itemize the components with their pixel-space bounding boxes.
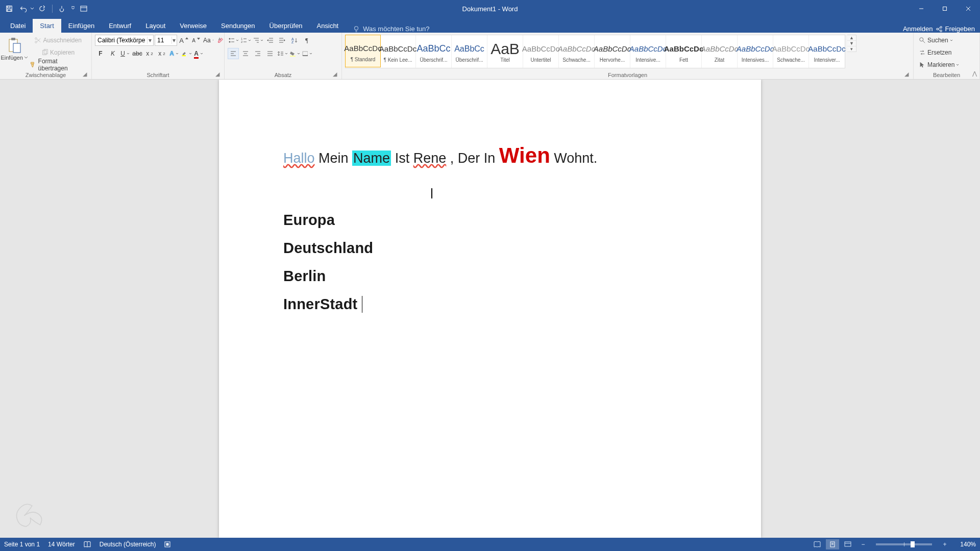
show-marks-button[interactable]: ¶ (301, 35, 312, 46)
style-scroll-up[interactable]: ▲ (847, 35, 856, 41)
style-item-9[interactable]: AaBbCcDcFett (666, 35, 702, 68)
copy-button[interactable]: Kopieren (28, 47, 88, 58)
chevron-down-icon[interactable]: ▾ (172, 37, 177, 44)
status-proofing[interactable] (83, 541, 91, 548)
find-button[interactable]: Suchen (917, 35, 955, 46)
tab-references[interactable]: Verweise (173, 19, 214, 33)
view-read-mode[interactable] (811, 539, 824, 549)
tab-design[interactable]: Entwurf (102, 19, 138, 33)
style-item-13[interactable]: AaBbCcDcIntensiver... (809, 35, 845, 68)
zoom-out-button[interactable]: − (856, 539, 870, 549)
share-button[interactable]: Freigeben (936, 25, 975, 33)
tell-me-search[interactable]: Was möchten Sie tun? (353, 25, 429, 33)
tab-mailings[interactable]: Sendungen (214, 19, 262, 33)
style-item-1[interactable]: AaBbCcDc¶ Kein Lee... (380, 35, 416, 68)
italic-button[interactable]: K (107, 48, 118, 59)
style-item-2[interactable]: AaBbCcÜberschrif... (416, 35, 452, 68)
decrease-indent-button[interactable] (264, 35, 276, 46)
document-workspace[interactable]: Hallo Mein Name Ist Rene , Der In Wien W… (0, 80, 980, 538)
align-left-button[interactable] (228, 48, 239, 59)
underline-button[interactable]: U (119, 48, 131, 59)
bold-button[interactable]: F (95, 48, 106, 59)
grow-font-button[interactable]: A (178, 35, 189, 46)
qat-customize-button[interactable] (70, 3, 76, 15)
undo-button[interactable] (17, 3, 30, 15)
heading-berlin[interactable]: Berlin (283, 268, 697, 285)
paste-button[interactable]: Einfügen (3, 35, 26, 68)
style-item-5[interactable]: AaBbCcDcUntertitel (523, 35, 559, 68)
sort-button[interactable]: AZ (289, 35, 300, 46)
style-scroll-down[interactable]: ▼ (847, 41, 856, 46)
status-macro[interactable] (164, 541, 171, 548)
cut-button[interactable]: Ausschneiden (28, 35, 88, 46)
font-dialog-launcher[interactable]: ◢ (214, 70, 221, 78)
font-name-input[interactable] (95, 35, 147, 45)
font-size-combo[interactable]: ▾ (155, 35, 177, 46)
word-ist[interactable]: Ist (395, 151, 410, 166)
line-spacing-button[interactable] (277, 48, 288, 59)
change-case-button[interactable]: Aa (203, 35, 214, 46)
close-button[interactable] (957, 0, 980, 17)
strikethrough-button[interactable]: abc (132, 48, 143, 59)
clipboard-dialog-launcher[interactable]: ◢ (81, 70, 88, 78)
bullets-button[interactable] (228, 35, 239, 46)
style-item-8[interactable]: AaBbCcDcIntensive... (630, 35, 666, 68)
text-effects-button[interactable]: A (168, 48, 180, 59)
chevron-down-icon[interactable]: ▾ (147, 37, 153, 44)
heading-innerstadt[interactable]: InnerStadt (283, 296, 697, 313)
shading-button[interactable] (289, 48, 300, 59)
format-painter-button[interactable]: Format übertragen (28, 59, 88, 70)
font-name-combo[interactable]: ▾ (95, 35, 154, 46)
style-item-4[interactable]: AaBTitel (487, 35, 523, 68)
align-center-button[interactable] (240, 48, 251, 59)
document-page[interactable]: Hallo Mein Name Ist Rene , Der In Wien W… (219, 80, 761, 538)
heading-europa[interactable]: Europa (283, 212, 697, 229)
style-item-3[interactable]: AaBbCcÜberschrif... (452, 35, 487, 68)
heading-deutschland[interactable]: Deutschland (283, 240, 697, 257)
maximize-button[interactable] (933, 0, 957, 17)
status-word-count[interactable]: 14 Wörter (48, 541, 75, 548)
subscript-button[interactable]: x2 (144, 48, 155, 59)
redo-button[interactable] (37, 3, 49, 15)
word-der[interactable]: Der (458, 151, 480, 166)
style-gallery-expand[interactable]: ▾ (847, 46, 856, 52)
replace-button[interactable]: Ersetzen (917, 47, 953, 58)
highlight-button[interactable] (181, 48, 192, 59)
select-button[interactable]: Markieren (917, 59, 961, 70)
word-mein[interactable]: Mein (318, 151, 349, 166)
tab-file[interactable]: Datei (3, 19, 33, 33)
style-item-0[interactable]: AaBbCcDc¶ Standard (345, 35, 381, 67)
sign-in-link[interactable]: Anmelden (903, 25, 933, 33)
tab-home[interactable]: Start (33, 19, 61, 33)
numbering-button[interactable]: 12 (240, 35, 251, 46)
style-item-12[interactable]: AaBbCcDcSchwache... (773, 35, 809, 68)
paragraph-1[interactable]: Hallo Mein Name Ist Rene , Der In Wien W… (283, 141, 697, 171)
style-item-11[interactable]: AaBbCcDcIntensives... (738, 35, 773, 68)
word-wohnt[interactable]: Wohnt. (554, 151, 597, 166)
superscript-button[interactable]: x2 (156, 48, 167, 59)
view-print-layout[interactable] (826, 539, 839, 549)
zoom-in-button[interactable]: + (938, 539, 951, 549)
styles-dialog-launcher[interactable]: ◢ (903, 70, 910, 78)
word-in[interactable]: In (484, 151, 496, 166)
undo-dropdown[interactable] (30, 3, 35, 15)
increase-indent-button[interactable] (277, 35, 288, 46)
align-right-button[interactable] (252, 48, 263, 59)
word-wien[interactable]: Wien (499, 143, 550, 167)
status-page[interactable]: Seite 1 von 1 (4, 541, 40, 548)
view-web-layout[interactable] (841, 539, 854, 549)
heading-innerstadt-text[interactable]: InnerStadt (283, 296, 357, 312)
style-item-10[interactable]: AaBbCcDcZitat (702, 35, 738, 68)
zoom-slider[interactable] (876, 543, 932, 545)
zoom-level[interactable]: 140% (953, 541, 976, 548)
touch-mode-button[interactable] (56, 3, 68, 15)
style-item-7[interactable]: AaBbCcDcHervorhe... (595, 35, 630, 68)
tab-review[interactable]: Überprüfen (262, 19, 310, 33)
tab-insert[interactable]: Einfügen (61, 19, 102, 33)
tab-view[interactable]: Ansicht (310, 19, 346, 33)
shrink-font-button[interactable]: A (190, 35, 202, 46)
comma[interactable]: , (446, 151, 454, 166)
font-size-input[interactable] (155, 35, 172, 45)
style-item-6[interactable]: AaBbCcDcSchwache... (559, 35, 595, 68)
borders-button[interactable] (301, 48, 312, 59)
